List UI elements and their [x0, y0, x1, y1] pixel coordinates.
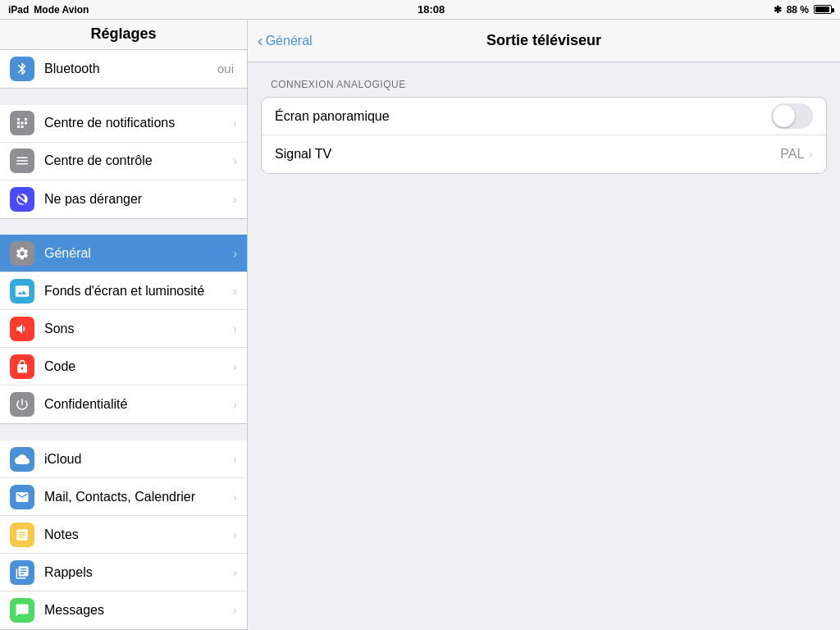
controle-label: Centre de contrôle	[44, 153, 233, 168]
sidebar-item-code[interactable]: Code ›	[0, 348, 247, 386]
settings-row-signal[interactable]: Signal TV PAL ›	[262, 135, 826, 173]
sidebar-item-general[interactable]: Général ›	[0, 235, 247, 272]
sidebar-item-bluetooth[interactable]: Bluetooth oui	[0, 50, 247, 88]
messages-label: Messages	[44, 603, 233, 618]
mail-icon	[10, 485, 34, 509]
rappels-label: Rappels	[44, 565, 233, 580]
sidebar-item-mail[interactable]: Mail, Contacts, Calendrier ›	[0, 478, 247, 516]
content-header: ‹ Général Sortie téléviseur	[248, 20, 840, 62]
status-ipad: iPad	[8, 4, 29, 16]
sounds-icon	[10, 317, 34, 341]
status-right: ✱ 88 %	[774, 4, 832, 16]
battery-status: 88 %	[787, 4, 809, 16]
sidebar-item-wallpaper[interactable]: Fonds d'écran et luminosité ›	[0, 272, 247, 310]
code-label: Code	[44, 359, 233, 374]
sidebar-item-messages[interactable]: Messages ›	[0, 591, 247, 629]
sidebar-item-dnd[interactable]: Ne pas déranger ›	[0, 180, 247, 218]
sidebar-section-system: Centre de notifications › Centre de cont…	[0, 105, 247, 219]
dnd-label: Ne pas déranger	[44, 192, 233, 207]
controle-icon	[10, 148, 34, 173]
icloud-label: iCloud	[44, 452, 233, 467]
content-area: ‹ Général Sortie téléviseur CONNEXION AN…	[248, 20, 840, 630]
sidebar-item-icloud[interactable]: iCloud ›	[0, 441, 247, 478]
wallpaper-label: Fonds d'écran et luminosité	[44, 284, 233, 299]
bluetooth-label: Bluetooth	[44, 62, 217, 76]
bluetooth-value: oui	[217, 62, 234, 75]
settings-row-ecran[interactable]: Écran panoramique	[262, 98, 826, 135]
notifications-icon	[10, 111, 34, 135]
wallpaper-icon	[10, 279, 34, 304]
sidebar-item-sounds[interactable]: Sons ›	[0, 310, 247, 348]
ecran-label: Écran panoramique	[275, 109, 771, 124]
ecran-toggle[interactable]	[771, 103, 813, 129]
sidebar-item-controle[interactable]: Centre de contrôle ›	[0, 143, 247, 180]
sidebar-title: Réglages	[90, 25, 156, 43]
signal-chevron-icon: ›	[809, 148, 813, 161]
sidebar-item-notifications[interactable]: Centre de notifications ›	[0, 105, 247, 143]
notifications-label: Centre de notifications	[44, 116, 233, 130]
sidebar-section-preferences: Général › Fonds d'écran et luminosité ›	[0, 235, 247, 424]
status-bar: iPad Mode Avion 18:08 ✱ 88 %	[0, 0, 840, 20]
back-chevron-icon: ‹	[258, 31, 263, 50]
general-label: Général	[44, 246, 233, 261]
back-button[interactable]: ‹ Général	[258, 31, 313, 50]
icloud-icon	[10, 447, 34, 472]
main-layout: Réglages Bluetooth oui	[0, 20, 840, 630]
sidebar-item-privacy[interactable]: Confidentialité ›	[0, 386, 247, 423]
privacy-label: Confidentialité	[44, 397, 233, 412]
battery-icon	[814, 5, 832, 14]
sidebar: Réglages Bluetooth oui	[0, 20, 248, 630]
signal-value: PAL	[780, 147, 804, 162]
sidebar-section-connectivity: Bluetooth oui	[0, 50, 247, 89]
sidebar-item-notes[interactable]: Notes ›	[0, 516, 247, 554]
separator-2	[0, 219, 247, 235]
status-mode-avion: Mode Avion	[34, 4, 89, 16]
separator-1	[0, 89, 247, 105]
settings-group-analogique: Écran panoramique Signal TV PAL ›	[261, 97, 827, 174]
status-time: 18:08	[418, 3, 445, 16]
code-icon	[10, 354, 34, 379]
back-label: Général	[266, 34, 313, 48]
signal-label: Signal TV	[275, 147, 780, 162]
general-icon	[10, 241, 34, 266]
sidebar-section-apps: iCloud › Mail, Contacts, Calendrier ›	[0, 441, 247, 630]
privacy-icon	[10, 392, 34, 417]
sidebar-item-rappels[interactable]: Rappels ›	[0, 554, 247, 591]
toggle-knob	[773, 105, 795, 127]
notes-icon	[10, 523, 34, 547]
dnd-icon	[10, 187, 34, 212]
content-body: CONNEXION ANALOGIQUE Écran panoramique S…	[248, 62, 840, 207]
content-title: Sortie téléviseur	[261, 32, 827, 49]
separator-3	[0, 424, 247, 441]
rappels-icon	[10, 560, 34, 585]
sidebar-header: Réglages	[0, 20, 247, 50]
messages-icon	[10, 598, 34, 623]
section-title-analogique: CONNEXION ANALOGIQUE	[261, 79, 827, 97]
bluetooth-icon	[10, 57, 34, 81]
bluetooth-status-icon: ✱	[774, 4, 782, 16]
status-left: iPad Mode Avion	[8, 4, 89, 16]
sounds-label: Sons	[44, 322, 233, 336]
notes-label: Notes	[44, 527, 233, 542]
mail-label: Mail, Contacts, Calendrier	[44, 490, 233, 504]
